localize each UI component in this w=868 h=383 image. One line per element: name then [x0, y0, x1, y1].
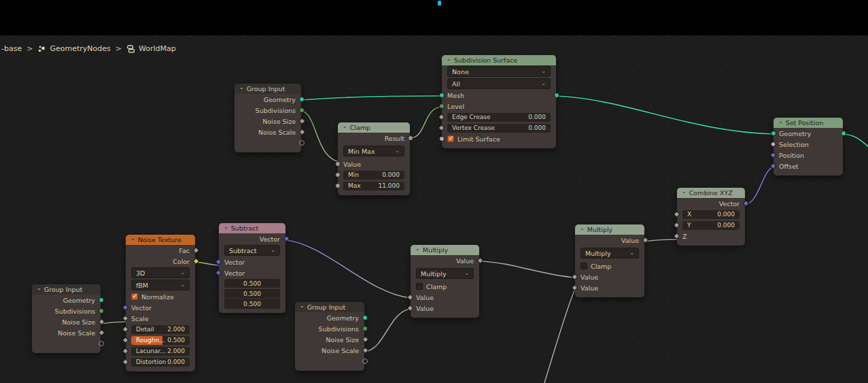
socket-mesh-in[interactable]	[439, 93, 445, 98]
node-title: Clamp	[350, 124, 370, 131]
node-group-input-top[interactable]: ⌄Group Input Geometry Subdivisions Noise…	[235, 84, 301, 152]
socket-subdivisions-out[interactable]	[299, 107, 305, 113]
clamp-checkbox[interactable]	[580, 263, 587, 269]
roughness-slider[interactable]: Roughn...0.500	[131, 336, 190, 345]
node-header[interactable]: ⌄Multiply	[411, 245, 479, 255]
checkbox-label: Normalize	[141, 293, 174, 301]
dropdown-value: fBM	[136, 282, 148, 289]
socket-geometry-out[interactable]	[299, 97, 305, 102]
socket-level-in[interactable]	[439, 103, 445, 109]
node-header[interactable]: ⌄Group Input	[295, 302, 364, 312]
clamp-checkbox[interactable]	[416, 283, 423, 290]
field-value: 0.500	[167, 337, 185, 344]
socket-max-in[interactable]	[335, 183, 341, 188]
socket-subdivisions-out[interactable]	[362, 326, 368, 331]
socket-subdivisions-out[interactable]	[99, 308, 104, 314]
vector-z-field[interactable]: 0.500	[224, 299, 280, 309]
wire-bottom-to-multiply2-value2[interactable]	[544, 289, 575, 383]
node-header[interactable]: ⌄Multiply	[575, 224, 644, 235]
x-field[interactable]: X0.000	[682, 210, 740, 219]
socket-result-out[interactable]	[408, 135, 413, 141]
node-set-position[interactable]: ⌄Set Position Geometry Selection Positio…	[774, 118, 843, 176]
socket-geometry-out[interactable]	[99, 297, 104, 303]
node-multiply-1[interactable]: ⌄Multiply Value Multiply⌄ Clamp Value Va…	[411, 245, 479, 318]
socket-virtual[interactable]	[362, 359, 368, 364]
wire-setposition-geometry-out[interactable]	[843, 134, 868, 147]
collapse-chevron-icon[interactable]: ⌄	[447, 56, 451, 62]
collapse-chevron-icon[interactable]: ⌄	[131, 236, 135, 242]
math-mode-dropdown[interactable]: Multiply⌄	[416, 268, 474, 279]
node-subtract[interactable]: ⌄Subtract Vector Subtract⌄ Vector Vector…	[219, 223, 285, 313]
vertex-crease-field[interactable]: Vertex Crease0.000	[447, 124, 551, 133]
wire-multiply1-to-multiply2-value[interactable]	[479, 261, 575, 278]
collapse-chevron-icon[interactable]: ⌄	[300, 303, 305, 309]
node-group-input-bottom-left[interactable]: ⌄Group Input Geometry Subdivisions Noise…	[32, 284, 101, 353]
node-header[interactable]: ⌄Group Input	[32, 284, 101, 295]
node-title: Set Position	[786, 119, 824, 127]
collapse-chevron-icon[interactable]: ⌄	[415, 246, 420, 252]
collapse-chevron-icon[interactable]: ⌄	[682, 189, 687, 195]
node-title: Multiply	[587, 226, 613, 233]
collapse-chevron-icon[interactable]: ⌄	[224, 224, 228, 230]
collapse-chevron-icon[interactable]: ⌄	[343, 124, 347, 129]
breadcrumb-nodetree[interactable]: GeometryNodes	[37, 44, 110, 53]
detail-field[interactable]: Detail2.000	[131, 325, 190, 334]
node-subdivision-surface[interactable]: ⌄Subdivision Surface None⌄ All⌄ Mesh Lev…	[442, 55, 556, 148]
lacunarity-field[interactable]: Lacunar...2.000	[131, 347, 190, 356]
breadcrumb-object[interactable]: WorldMap	[126, 44, 176, 53]
vector-y-field[interactable]: 0.500	[224, 289, 280, 299]
node-editor-canvas[interactable]: -base > GeometryNodes > WorldMap	[0, 35, 868, 383]
socket-virtual[interactable]	[299, 140, 305, 146]
socket-label: Subdivisions	[319, 325, 359, 333]
dimensions-dropdown[interactable]: 3D⌄	[131, 267, 190, 278]
math-mode-dropdown[interactable]: Multiply⌄	[580, 248, 639, 259]
node-header[interactable]: ⌄Combine XYZ	[677, 188, 745, 198]
socket-virtual[interactable]	[99, 341, 104, 346]
y-field[interactable]: Y0.000	[682, 221, 740, 230]
node-noise-texture[interactable]: ⌄Noise Texture Fac Color 3D⌄ fBM⌄ Normal…	[126, 235, 195, 371]
vector-x-field[interactable]: 0.500	[224, 279, 280, 288]
node-header[interactable]: ⌄Set Position	[774, 118, 843, 128]
node-header[interactable]: ⌄Subdivision Surface	[442, 55, 556, 65]
node-header[interactable]: ⌄Group Input	[235, 84, 301, 94]
distortion-field[interactable]: Distortion0.000	[131, 358, 190, 367]
collapse-chevron-icon[interactable]: ⌄	[778, 119, 783, 124]
limit-surface-checkbox[interactable]	[447, 135, 454, 142]
wire-multiply2-to-combinexyz-z[interactable]	[644, 239, 677, 242]
collapse-chevron-icon[interactable]: ⌄	[239, 85, 244, 90]
clamp-mode-dropdown[interactable]: Min Max⌄	[343, 146, 404, 156]
socket-geometry-out[interactable]	[841, 131, 846, 136]
node-header[interactable]: ⌄Subtract	[219, 223, 285, 233]
normalize-checkbox[interactable]	[131, 293, 138, 300]
node-group-input-bottom-middle[interactable]: ⌄Group Input Geometry Subdivisions Noise…	[295, 302, 364, 371]
wire-noisescale-to-multiply1-value2[interactable]	[364, 309, 411, 352]
socket-geometry-out[interactable]	[362, 315, 368, 320]
node-combine-xyz[interactable]: ⌄Combine XYZ Vector X0.000 Y0.000 Z	[677, 188, 745, 246]
socket-geometry-in[interactable]	[771, 131, 776, 136]
collapse-chevron-icon[interactable]: ⌄	[580, 226, 585, 231]
noise-type-dropdown[interactable]: fBM⌄	[131, 280, 190, 290]
node-header[interactable]: ⌄Clamp	[338, 122, 410, 133]
wire-clamp-result-to-level[interactable]	[410, 107, 442, 138]
vector-math-mode-dropdown[interactable]: Subtract⌄	[224, 245, 280, 256]
socket-min-in[interactable]	[335, 172, 341, 178]
edge-crease-field[interactable]: Edge Crease0.000	[447, 113, 551, 122]
wire-combinexyz-to-offset[interactable]	[745, 167, 774, 205]
max-field[interactable]: Max11.000	[343, 182, 404, 190]
min-field[interactable]: Min0.000	[343, 171, 404, 180]
node-clamp[interactable]: ⌄Clamp Result Min Max⌄ Value Min0.000 Ma…	[338, 122, 410, 195]
socket-value-in[interactable]	[335, 161, 341, 167]
node-multiply-2[interactable]: ⌄Multiply Value Multiply⌄ Clamp Value Va…	[575, 224, 644, 297]
node-header[interactable]: ⌄Noise Texture	[126, 235, 195, 245]
wire-mesh-to-setposition-geometry[interactable]	[556, 96, 774, 134]
socket-limit-surface-in[interactable]	[439, 136, 445, 141]
socket-mesh-out[interactable]	[554, 93, 559, 98]
collapse-chevron-icon[interactable]: ⌄	[37, 286, 41, 291]
nodetree-icon	[37, 45, 46, 53]
wire-subdivisions-to-clamp-value[interactable]	[301, 111, 343, 163]
wire-subtract-to-multiply1-value[interactable]	[285, 240, 411, 298]
wire-geometry-to-mesh[interactable]	[301, 96, 442, 100]
boundary-smooth-dropdown[interactable]: All⌄	[447, 78, 551, 89]
breadcrumb-scene[interactable]: -base	[1, 44, 22, 53]
uv-smooth-dropdown[interactable]: None⌄	[447, 66, 551, 77]
